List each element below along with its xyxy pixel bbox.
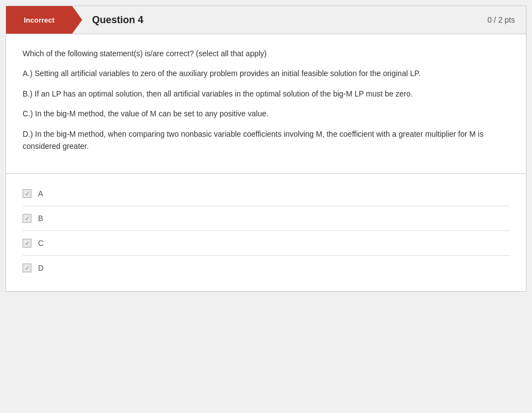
question-title: Question 4 [92,14,487,26]
divider [6,173,526,174]
incorrect-label: Incorrect [24,16,55,24]
option-c[interactable]: C [23,231,509,256]
checkbox-a[interactable] [23,189,31,198]
statement-b: B.) If an LP has an optimal solution, th… [23,88,509,100]
option-a-label: A [38,189,43,198]
option-b-label: B [38,214,43,223]
question-card: Incorrect Question 4 0 / 2 pts Which of … [6,6,526,292]
checkbox-c[interactable] [23,239,31,248]
question-points: 0 / 2 pts [487,15,526,24]
option-b[interactable]: B [23,206,509,231]
statement-d: D.) In the big-M method, when comparing … [23,128,509,153]
checkbox-d[interactable] [23,264,31,272]
answer-options: A B C D [6,181,526,291]
incorrect-badge: Incorrect [6,6,72,34]
question-body: Which of the following statement(s) is/a… [6,34,526,165]
statement-c: C.) In the big-M method, the value of M … [23,108,509,120]
option-d-label: D [38,264,44,272]
statement-a: A.) Setting all artificial variables to … [23,67,509,79]
option-c-label: C [38,239,44,248]
option-d[interactable]: D [23,256,509,280]
question-header: Incorrect Question 4 0 / 2 pts [6,6,526,34]
checkbox-b[interactable] [23,214,31,223]
option-a[interactable]: A [23,181,509,206]
question-prompt: Which of the following statement(s) is/a… [23,47,509,60]
